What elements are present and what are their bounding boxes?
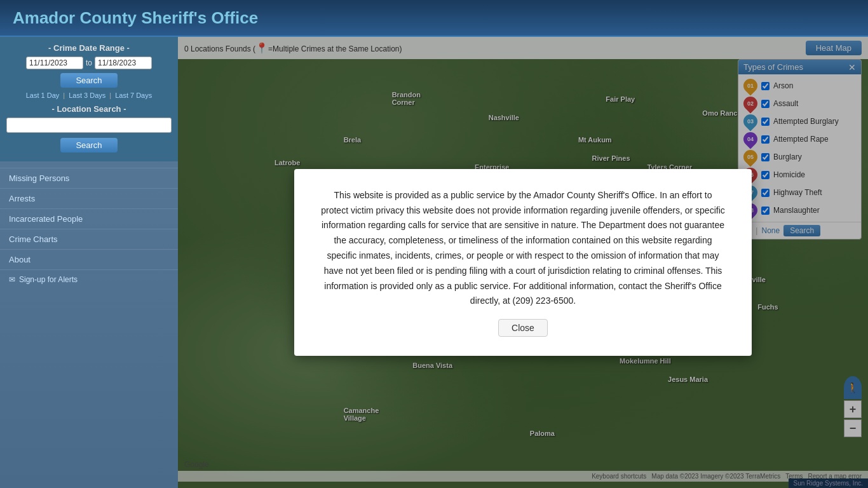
last-1-day-link[interactable]: Last 1 Day bbox=[26, 92, 60, 99]
sidebar-item-missing-persons[interactable]: Missing Persons bbox=[0, 168, 178, 188]
modal-close-button[interactable]: Close bbox=[498, 319, 548, 337]
quick-links: Last 1 Day | Last 3 Days | Last 7 Days bbox=[6, 92, 172, 99]
last-3-days-link[interactable]: Last 3 Days bbox=[69, 92, 105, 99]
modal-dialog: This website is provided as a public ser… bbox=[294, 169, 752, 356]
modal-overlay: This website is provided as a public ser… bbox=[178, 37, 868, 488]
last-7-days-link[interactable]: Last 7 Days bbox=[115, 92, 152, 99]
date-range-row: to bbox=[6, 57, 172, 69]
app-title: Amador County Sheriff's Office bbox=[13, 8, 258, 28]
sidebar: - Crime Date Range - to Search Last 1 Da… bbox=[0, 37, 178, 488]
sidebar-item-crime-charts[interactable]: Crime Charts bbox=[0, 229, 178, 249]
sidebar-item-arrests[interactable]: Arrests bbox=[0, 188, 178, 208]
date-to-separator: to bbox=[86, 58, 92, 67]
signup-label: Sign-up for Alerts bbox=[19, 275, 78, 284]
crime-date-label: - Crime Date Range - bbox=[6, 43, 172, 53]
date-to-input[interactable] bbox=[95, 57, 152, 69]
location-search-input[interactable] bbox=[6, 118, 172, 133]
email-icon: ✉ bbox=[9, 275, 15, 284]
signup-alerts[interactable]: ✉ Sign-up for Alerts bbox=[0, 269, 178, 289]
modal-body-text: This website is provided as a public ser… bbox=[320, 188, 726, 309]
nav-links: Missing Persons Arrests Incarcerated Peo… bbox=[0, 168, 178, 269]
date-from-input[interactable] bbox=[26, 57, 83, 69]
location-search-button[interactable]: Search bbox=[60, 138, 118, 152]
crime-date-section: - Crime Date Range - to Search Last 1 Da… bbox=[0, 37, 178, 161]
date-search-button[interactable]: Search bbox=[60, 73, 118, 88]
sidebar-item-about[interactable]: About bbox=[0, 249, 178, 269]
main-layout: - Crime Date Range - to Search Last 1 Da… bbox=[0, 37, 868, 488]
sidebar-item-incarcerated-people[interactable]: Incarcerated People bbox=[0, 208, 178, 229]
location-search-label: - Location Search - bbox=[6, 104, 172, 114]
map-area: 0 Locations Founds (📍=Multiple Crimes at… bbox=[178, 37, 868, 488]
app-header: Amador County Sheriff's Office bbox=[0, 0, 868, 37]
